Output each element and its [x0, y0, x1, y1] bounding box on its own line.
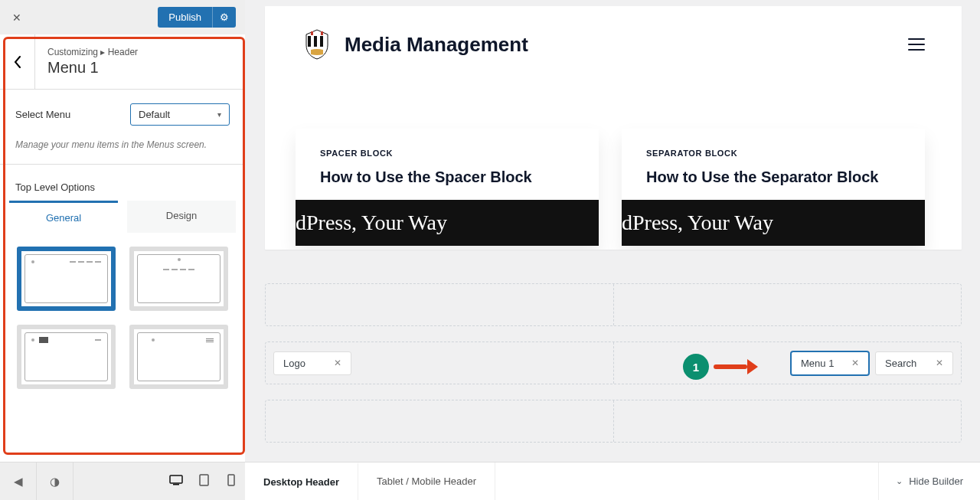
back-icon[interactable]: [0, 34, 35, 90]
tab-design[interactable]: Design: [127, 201, 236, 233]
cards: SPACER BLOCK How to Use the Spacer Block…: [296, 129, 962, 246]
chevron-down-icon: ⌄: [896, 476, 903, 486]
builder-row-main[interactable]: Logo ✕ Menu 1 ✕ Search ✕: [265, 342, 962, 384]
header-builder: Logo ✕ Menu 1 ✕ Search ✕: [265, 283, 962, 443]
select-menu-label: Select Menu: [15, 109, 70, 120]
chip-logo[interactable]: Logo ✕: [273, 351, 351, 375]
brand: Media Management: [302, 28, 528, 60]
card-spacer[interactable]: SPACER BLOCK How to Use the Spacer Block…: [296, 129, 599, 246]
svg-rect-4: [308, 36, 311, 47]
chip-remove-icon[interactable]: ✕: [334, 358, 341, 368]
svg-rect-3: [228, 475, 234, 485]
builder-footer: Desktop Header Tablet / Mobile Header ⌄ …: [245, 462, 980, 500]
tab-desktop-header[interactable]: Desktop Header: [245, 462, 358, 501]
card-title: How to Use the Spacer Block: [320, 168, 574, 186]
annotation: 1: [683, 354, 758, 380]
card-category: SEPARATOR BLOCK: [646, 149, 900, 158]
builder-cell-left[interactable]: Logo ✕: [266, 342, 613, 384]
hide-builder-label: Hide Builder: [909, 475, 963, 487]
panel-title: Menu 1: [47, 59, 138, 77]
builder-cell-right[interactable]: Menu 1 ✕ Search ✕: [613, 342, 962, 384]
close-icon[interactable]: ✕: [9, 10, 24, 25]
site-preview: Media Management SPACER BLOCK How to Use…: [265, 6, 962, 250]
chip-remove-icon[interactable]: ✕: [851, 358, 859, 368]
select-menu-value: Default: [139, 109, 170, 120]
builder-row-top[interactable]: [265, 283, 962, 326]
tab-mobile-header[interactable]: Tablet / Mobile Header: [358, 462, 495, 501]
site-logo-icon: [302, 28, 332, 60]
option-tabs: General Design: [0, 201, 245, 233]
select-menu-dropdown[interactable]: Default ▾: [130, 103, 230, 126]
publish-button[interactable]: Publish: [158, 7, 212, 28]
preview-header: Media Management: [265, 6, 962, 83]
hamburger-icon[interactable]: [908, 38, 925, 51]
card-image: dPress, Your Way: [622, 200, 925, 246]
preset-3[interactable]: [17, 325, 116, 389]
card-category: SPACER BLOCK: [320, 149, 574, 158]
chip-label: Menu 1: [801, 358, 834, 369]
preset-2[interactable]: [129, 247, 228, 311]
annotation-number: 1: [683, 354, 709, 380]
svg-rect-7: [311, 31, 313, 35]
device-desktop-icon[interactable]: [162, 475, 190, 488]
customizer-sidebar: ✕ Publish ⚙ Customizing ▸ Header Menu 1 …: [0, 0, 245, 500]
publish-group: Publish ⚙: [158, 7, 236, 28]
collapse-icon[interactable]: ◀: [0, 462, 37, 501]
header-presets: [0, 233, 245, 403]
card-separator[interactable]: SEPARATOR BLOCK How to Use the Separator…: [622, 129, 925, 246]
chip-label: Logo: [283, 358, 305, 369]
tab-general[interactable]: General: [9, 201, 118, 233]
top-level-options-title: Top Level Options: [0, 165, 245, 201]
settings-gear-icon[interactable]: ⚙: [212, 7, 236, 28]
svg-rect-2: [200, 475, 208, 485]
breadcrumb: Customizing ▸ Header: [47, 47, 138, 57]
hide-builder-button[interactable]: ⌄ Hide Builder: [878, 462, 980, 501]
site-title: Media Management: [345, 33, 528, 57]
annotation-arrow-icon: [714, 362, 758, 371]
dark-mode-icon[interactable]: ◑: [37, 462, 74, 501]
panel-header: Customizing ▸ Header Menu 1: [0, 34, 245, 90]
svg-rect-1: [173, 484, 179, 485]
chevron-down-icon: ▾: [217, 110, 221, 119]
svg-rect-6: [320, 36, 323, 47]
chip-remove-icon[interactable]: ✕: [936, 358, 943, 368]
svg-rect-5: [314, 36, 317, 47]
card-image: dPress, Your Way: [296, 200, 599, 246]
preset-1[interactable]: [17, 247, 116, 311]
device-mobile-icon[interactable]: [217, 474, 245, 489]
chip-menu1[interactable]: Menu 1 ✕: [791, 351, 869, 375]
chip-search[interactable]: Search ✕: [875, 351, 953, 375]
card-title: How to Use the Separator Block: [646, 168, 900, 186]
sidebar-bottombar: ◀ ◑: [0, 462, 245, 500]
select-menu-row: Select Menu Default ▾: [0, 90, 245, 139]
svg-rect-0: [170, 475, 182, 483]
sidebar-topbar: ✕ Publish ⚙: [0, 0, 245, 34]
svg-rect-8: [321, 31, 323, 35]
builder-row-bottom[interactable]: [265, 400, 962, 443]
menu-hint: Manage your menu items in the Menus scre…: [0, 139, 245, 164]
chip-label: Search: [885, 358, 916, 369]
device-tablet-icon[interactable]: [190, 474, 217, 489]
preset-4[interactable]: [129, 325, 228, 389]
